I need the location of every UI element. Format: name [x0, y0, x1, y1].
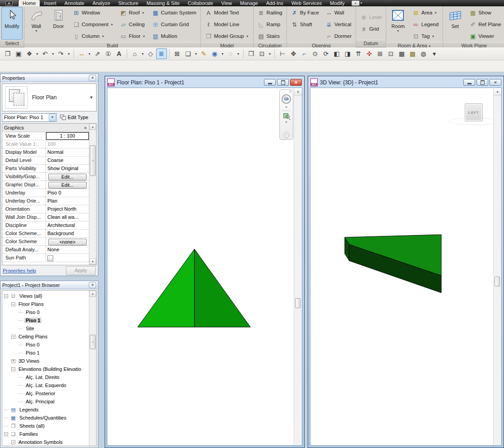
tree-item-ceiling-plans[interactable]: −Ceiling Plans — [2, 333, 89, 341]
dropdown-arrow-icon[interactable]: ▼ — [88, 52, 91, 55]
minimize-button[interactable] — [463, 79, 475, 86]
threed-canvas[interactable]: LEFT ▲ — [310, 88, 502, 446]
mirror-icon[interactable]: ◧ — [331, 48, 342, 59]
tree-item-piso-0[interactable]: Piso 0 — [2, 308, 89, 316]
curtain-grid-button[interactable]: ⊞Curtain Grid — [149, 18, 199, 30]
tab-analyze[interactable]: Analyze — [88, 0, 114, 6]
tree-item-piso-1[interactable]: Piso 1 — [2, 349, 89, 357]
section-icon[interactable]: ◇ — [145, 48, 156, 59]
save-icon[interactable]: ▣ — [13, 48, 24, 59]
schedule-view-icon[interactable]: ▩ — [407, 48, 418, 59]
tab-web-services[interactable]: Web Services — [287, 0, 326, 6]
set-button[interactable]: Set — [444, 7, 466, 40]
default-3d-view-icon[interactable]: ⌂ — [129, 48, 140, 59]
dropdown-arrow-icon[interactable]: ▼ — [36, 52, 39, 55]
property-value[interactable]: None — [46, 246, 89, 254]
property-group-header[interactable]: Graphics« — [2, 124, 89, 132]
tree-item-floor-plans[interactable]: −Floor Plans — [2, 300, 89, 308]
tree-item-piso-1[interactable]: Piso 1 — [2, 316, 89, 324]
tab-view[interactable]: View — [217, 0, 236, 6]
collapse-chevron-icon[interactable]: « — [83, 126, 88, 129]
model-line-button[interactable]: ℓModel Line — [202, 18, 251, 30]
threed-title-bar[interactable]: RVT 3D View: {3D} - Project1 ✕ — [310, 78, 502, 87]
collapse-icon[interactable]: − — [11, 367, 15, 371]
by-face-button[interactable]: ✗By Face — [288, 7, 322, 18]
offset-icon[interactable]: ⌐ — [299, 48, 310, 59]
model-group-icon[interactable]: ❒ — [246, 48, 257, 59]
zoom-icon[interactable] — [283, 113, 290, 119]
wall-button[interactable]: Wall▼ — [26, 7, 47, 40]
collapse-icon[interactable]: − — [4, 432, 8, 436]
wheel-dropdown-icon[interactable]: ▼ — [285, 106, 288, 109]
modify-button[interactable]: Modify — [1, 7, 23, 40]
group-icon[interactable]: ⊡ — [257, 48, 268, 59]
paint-icon[interactable]: ✎ — [199, 48, 209, 59]
color-fill-icon[interactable]: ◉ — [209, 48, 220, 59]
scroll-down-icon[interactable]: ▼ — [89, 259, 96, 265]
properties-close-icon[interactable]: ✕ — [89, 75, 96, 81]
type-selector-dropdown-icon[interactable]: ▼ — [89, 95, 93, 100]
steering-wheel-icon[interactable]: 2D — [282, 94, 291, 104]
tree-item-al-lat-esquerdo[interactable]: Alç. Lat. Esquerdo — [2, 381, 89, 389]
navigation-bar[interactable]: ✕ 2D ▼ ▼ − — [279, 89, 293, 140]
collapse-icon[interactable]: − — [11, 302, 15, 306]
tab-massing-site[interactable]: Massing & Site — [143, 0, 184, 6]
tree-item-3d-views[interactable]: +3D Views — [2, 357, 89, 365]
tag-button[interactable]: ⊡Tag▼ — [410, 30, 441, 42]
dropdown-arrow-icon[interactable]: ▼ — [51, 52, 55, 55]
collapse-icon[interactable]: − — [11, 440, 15, 444]
open-icon[interactable]: ❐ — [2, 48, 13, 59]
minimize-button[interactable] — [264, 79, 276, 86]
close-button[interactable]: ✕ — [290, 79, 302, 86]
tree-item-annotation-symbols[interactable]: −Annotation Symbols — [2, 438, 89, 446]
property-value[interactable]: Normal — [46, 148, 89, 156]
pin-icon[interactable]: ✜ — [364, 48, 375, 59]
floor-button[interactable]: ▭Floor▼ — [117, 30, 148, 42]
copy-icon[interactable]: ⊙ — [310, 48, 320, 59]
type-selector[interactable]: Floor Plan ▼ — [2, 83, 97, 111]
toolbar-overflow-icon[interactable]: ▾ — [429, 48, 439, 59]
apply-button[interactable]: Apply — [66, 266, 96, 275]
floorplan-title-bar[interactable]: RVT Floor Plan: Piso 1 - Project1 ✕ — [106, 78, 303, 87]
worksets-icon[interactable]: ❖ — [24, 48, 35, 59]
door-button[interactable]: Door — [48, 7, 69, 40]
legend-button[interactable]: ≔Legend — [410, 18, 441, 30]
stairs-button[interactable]: ▤Stairs — [255, 30, 285, 42]
scroll-up-icon[interactable]: ▲ — [294, 88, 302, 96]
mirror-draw-icon[interactable]: ◨ — [342, 48, 353, 59]
restore-button[interactable] — [476, 79, 488, 86]
tree-item-families[interactable]: −❏Families — [2, 430, 89, 438]
sun-path-checkbox[interactable] — [47, 255, 53, 261]
tab-modify[interactable]: Modify — [326, 0, 348, 6]
dropdown-arrow-icon[interactable]: ▼ — [268, 52, 272, 55]
threed-window[interactable]: RVT 3D View: {3D} - Project1 ✕ LEFT ▲ — [308, 76, 504, 448]
filled-region-icon[interactable]: ◌ — [225, 48, 236, 59]
dropdown-arrow-icon[interactable]: ▼ — [237, 52, 240, 55]
ceiling-button[interactable]: ▱Ceiling — [117, 18, 148, 30]
model-text-button[interactable]: AModel Text — [202, 7, 251, 18]
align-icon[interactable]: ⊢ — [277, 48, 288, 59]
navbar-close-icon[interactable]: ✕ — [289, 90, 292, 94]
property-value[interactable]: Clean all wa... — [46, 213, 89, 221]
collapse-icon[interactable]: − — [4, 294, 8, 298]
move-icon[interactable]: ✥ — [288, 48, 299, 59]
railing-button[interactable]: ≣Railing — [255, 7, 285, 18]
property-value[interactable]: 1 : 100 — [46, 132, 89, 140]
mullion-button[interactable]: ▥Mullion — [149, 30, 199, 42]
component-button[interactable]: ❑Component▼ — [70, 18, 116, 30]
aligned-dimension-icon[interactable]: ⇗ — [92, 48, 103, 59]
property-value[interactable]: Project North — [46, 205, 89, 213]
application-menu-button[interactable]: A — [0, 0, 18, 6]
restore-button[interactable] — [277, 79, 289, 86]
area-button[interactable]: ⊠Area▼ — [410, 7, 441, 18]
property-value[interactable]: 100 — [46, 140, 89, 148]
grid-view-icon[interactable]: ▦ — [396, 48, 407, 59]
property-value[interactable]: Piso 0 — [46, 189, 89, 197]
collapse-icon[interactable]: − — [11, 335, 15, 339]
tab-insert[interactable]: Insert — [40, 0, 60, 6]
model-group-button[interactable]: ❒Model Group▼ — [202, 30, 251, 42]
scroll-up-icon[interactable]: ▲ — [89, 124, 96, 130]
room-button[interactable]: Room▼ — [388, 7, 409, 40]
dormer-button[interactable]: ⌐Dormer — [323, 30, 354, 42]
floorplan-canvas[interactable]: ✕ 2D ▼ ▼ − ▲ — [107, 88, 302, 446]
